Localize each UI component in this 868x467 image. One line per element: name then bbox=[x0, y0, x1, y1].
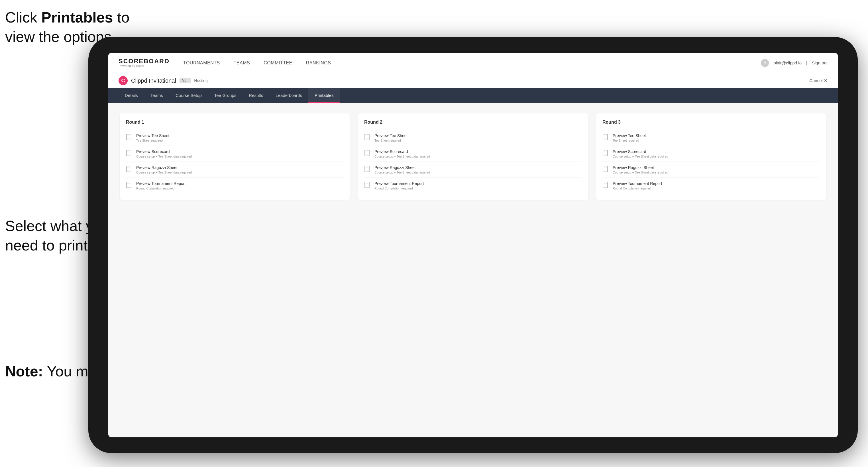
round-3-tournament-report[interactable]: Preview Tournament Report Round Completi… bbox=[602, 178, 820, 193]
round-1-raguzzi-title: Preview Raguzzi Sheet bbox=[136, 165, 192, 170]
round-1-title: Round 1 bbox=[126, 120, 344, 125]
round-2-scorecard-title: Preview Scorecard bbox=[374, 149, 430, 154]
nav-rankings[interactable]: RANKINGS bbox=[306, 60, 331, 65]
main-content: Round 1 Preview Tee Sheet Tee Sheet requ… bbox=[108, 103, 838, 437]
round-2-tournament-report[interactable]: Preview Tournament Report Round Completi… bbox=[364, 178, 582, 193]
nav-left: SCOREBOARD Powered by clippd TOURNAMENTS… bbox=[119, 58, 331, 67]
tee-sheet-icon-r3 bbox=[602, 134, 609, 142]
round-3-tee-sheet[interactable]: Preview Tee Sheet Tee Sheet required bbox=[602, 130, 820, 146]
round-1-scorecard[interactable]: Preview Scorecard Course setup + Tee She… bbox=[126, 146, 344, 162]
tee-sheet-icon-r2 bbox=[364, 134, 371, 142]
tournament-report-icon bbox=[126, 182, 133, 190]
nav-right: B blair@clippd.io | Sign out bbox=[761, 59, 828, 67]
round-2-scorecard-subtitle: Course setup + Tee Sheet data required bbox=[374, 155, 430, 158]
round-1-tee-sheet[interactable]: Preview Tee Sheet Tee Sheet required bbox=[126, 130, 344, 146]
tablet-screen: SCOREBOARD Powered by clippd TOURNAMENTS… bbox=[108, 53, 838, 437]
round-1-tee-sheet-title: Preview Tee Sheet bbox=[136, 133, 169, 138]
round-2-scorecard[interactable]: Preview Scorecard Course setup + Tee She… bbox=[364, 146, 582, 162]
cancel-button[interactable]: Cancel ✕ bbox=[809, 78, 828, 83]
round-2-report-subtitle: Round Completion required bbox=[374, 187, 424, 190]
tournament-logo: C bbox=[119, 76, 128, 85]
round-2-tee-sheet-title: Preview Tee Sheet bbox=[374, 133, 407, 138]
round-1-tournament-report[interactable]: Preview Tournament Report Round Completi… bbox=[126, 178, 344, 193]
brand: SCOREBOARD Powered by clippd bbox=[119, 58, 169, 67]
sub-nav: Details Teams Course Setup Tee Groups Re… bbox=[108, 88, 838, 103]
round-3-scorecard-title: Preview Scorecard bbox=[613, 149, 668, 154]
raguzzi-icon-r3 bbox=[602, 166, 609, 174]
tournament-name-area: C Clippd Invitational Men Hosting bbox=[119, 76, 208, 85]
tournament-gender-badge: Men bbox=[180, 78, 191, 83]
tournament-header: C Clippd Invitational Men Hosting Cancel… bbox=[108, 73, 838, 88]
rounds-grid: Round 1 Preview Tee Sheet Tee Sheet requ… bbox=[120, 114, 827, 200]
round-3-report-subtitle: Round Completion required bbox=[613, 187, 662, 190]
raguzzi-icon-r2 bbox=[364, 166, 371, 174]
top-nav: SCOREBOARD Powered by clippd TOURNAMENTS… bbox=[108, 53, 838, 73]
round-2-column: Round 2 Preview Tee Sheet Tee Sheet requ… bbox=[358, 114, 588, 200]
tee-sheet-icon bbox=[126, 134, 133, 142]
round-2-title: Round 2 bbox=[364, 120, 582, 125]
nav-teams[interactable]: TEAMS bbox=[234, 60, 250, 65]
round-1-tee-sheet-subtitle: Tee Sheet required bbox=[136, 139, 169, 142]
round-3-raguzzi-subtitle: Course setup + Tee Sheet data required bbox=[613, 171, 668, 174]
round-2-raguzzi-subtitle: Course setup + Tee Sheet data required bbox=[374, 171, 430, 174]
tab-teams[interactable]: Teams bbox=[144, 88, 169, 103]
round-2-tee-sheet[interactable]: Preview Tee Sheet Tee Sheet required bbox=[364, 130, 582, 146]
scorecard-icon bbox=[126, 150, 133, 158]
tab-leaderboards[interactable]: Leaderboards bbox=[269, 88, 308, 103]
round-3-raguzzi[interactable]: Preview Raguzzi Sheet Course setup + Tee… bbox=[602, 162, 820, 178]
nav-separator: | bbox=[806, 60, 807, 65]
tournament-report-icon-r2 bbox=[364, 182, 371, 190]
round-3-tee-sheet-title: Preview Tee Sheet bbox=[613, 133, 646, 138]
round-3-title: Round 3 bbox=[602, 120, 820, 125]
round-3-scorecard-subtitle: Course setup + Tee Sheet data required bbox=[613, 155, 668, 158]
round-2-report-title: Preview Tournament Report bbox=[374, 181, 424, 186]
round-3-raguzzi-title: Preview Raguzzi Sheet bbox=[613, 165, 668, 170]
nav-links: TOURNAMENTS TEAMS COMMITTEE RANKINGS bbox=[183, 60, 331, 65]
round-1-report-title: Preview Tournament Report bbox=[136, 181, 186, 186]
round-1-report-subtitle: Round Completion required bbox=[136, 187, 186, 190]
nav-tournaments[interactable]: TOURNAMENTS bbox=[183, 60, 220, 65]
round-2-raguzzi-title: Preview Raguzzi Sheet bbox=[374, 165, 430, 170]
round-1-raguzzi[interactable]: Preview Raguzzi Sheet Course setup + Tee… bbox=[126, 162, 344, 178]
round-1-scorecard-title: Preview Scorecard bbox=[136, 149, 192, 154]
nav-committee[interactable]: COMMITTEE bbox=[264, 60, 292, 65]
round-1-scorecard-subtitle: Course setup + Tee Sheet data required bbox=[136, 155, 192, 158]
tab-course-setup[interactable]: Course Setup bbox=[169, 88, 208, 103]
tab-printables[interactable]: Printables bbox=[308, 88, 340, 103]
round-3-report-title: Preview Tournament Report bbox=[613, 181, 662, 186]
round-2-raguzzi[interactable]: Preview Raguzzi Sheet Course setup + Tee… bbox=[364, 162, 582, 178]
tablet-frame: SCOREBOARD Powered by clippd TOURNAMENTS… bbox=[88, 37, 858, 453]
tab-results[interactable]: Results bbox=[243, 88, 269, 103]
tournament-title: Clippd Invitational bbox=[131, 77, 176, 84]
tab-tee-groups[interactable]: Tee Groups bbox=[208, 88, 243, 103]
round-3-scorecard[interactable]: Preview Scorecard Course setup + Tee She… bbox=[602, 146, 820, 162]
round-2-tee-sheet-subtitle: Tee Sheet required bbox=[374, 139, 407, 142]
raguzzi-icon bbox=[126, 166, 133, 174]
round-1-raguzzi-subtitle: Course setup + Tee Sheet data required bbox=[136, 171, 192, 174]
scorecard-icon-r3 bbox=[602, 150, 609, 158]
user-email: blair@clippd.io bbox=[773, 60, 802, 65]
brand-title: SCOREBOARD bbox=[119, 58, 169, 64]
hosting-badge: Hosting bbox=[194, 79, 208, 83]
brand-sub: Powered by clippd bbox=[119, 64, 169, 67]
scorecard-icon-r2 bbox=[364, 150, 371, 158]
sign-out-link[interactable]: Sign out bbox=[812, 60, 828, 65]
tournament-report-icon-r3 bbox=[602, 182, 609, 190]
tab-details[interactable]: Details bbox=[119, 88, 144, 103]
round-3-column: Round 3 Preview Tee Sheet Tee Sheet requ… bbox=[596, 114, 827, 200]
round-3-tee-sheet-subtitle: Tee Sheet required bbox=[613, 139, 646, 142]
user-avatar: B bbox=[761, 59, 769, 67]
round-1-column: Round 1 Preview Tee Sheet Tee Sheet requ… bbox=[120, 114, 350, 200]
